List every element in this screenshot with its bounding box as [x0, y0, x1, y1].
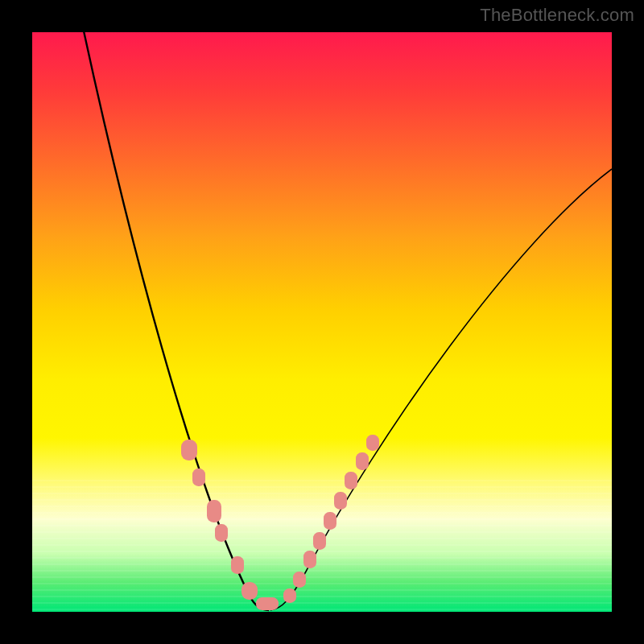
data-marker [293, 572, 306, 588]
data-marker [334, 492, 347, 510]
data-marker [303, 551, 316, 568]
watermark-text: TheBottleneck.com [480, 5, 634, 26]
curves-svg [32, 32, 612, 612]
data-marker [366, 435, 379, 451]
data-marker [242, 582, 258, 600]
data-marker [256, 597, 279, 610]
data-marker [215, 524, 228, 542]
data-marker [324, 512, 336, 530]
data-marker [356, 452, 369, 470]
data-marker [192, 469, 205, 486]
data-marker [181, 440, 197, 460]
data-marker [207, 500, 221, 522]
markers-group [181, 435, 379, 610]
data-marker [313, 532, 326, 550]
plot-area [32, 32, 612, 612]
chart-frame: TheBottleneck.com [0, 0, 644, 644]
data-marker [345, 472, 357, 489]
data-marker [283, 588, 296, 603]
data-marker [231, 556, 244, 574]
left-curve [80, 32, 269, 610]
